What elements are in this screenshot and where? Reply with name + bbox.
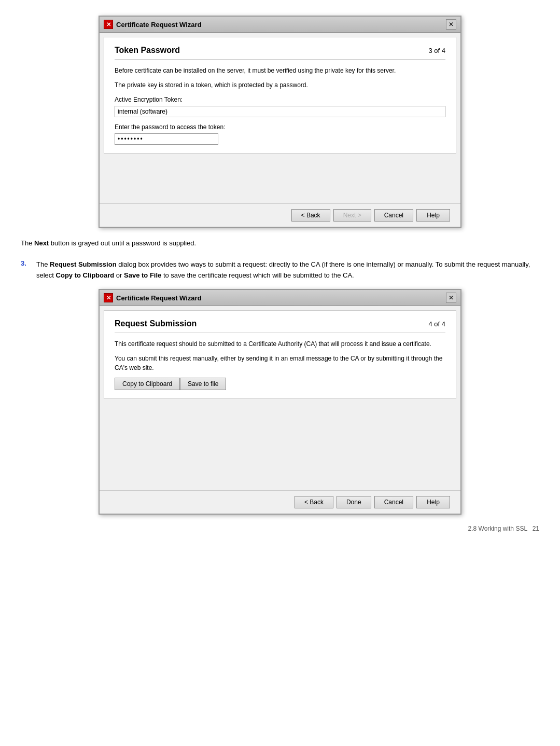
dialog1-section-title: Token Password	[115, 46, 180, 55]
token-value-field[interactable]	[115, 106, 445, 117]
dialog2-inline-buttons: Copy to Clipboard Save to file	[115, 378, 445, 390]
dialog1-title-left: ✕ Certificate Request Wizard	[104, 20, 202, 29]
item3-bold3: Save to File	[124, 271, 161, 279]
item3-bold2: Copy to Clipboard	[56, 271, 115, 279]
footer-page: 21	[533, 525, 539, 532]
between-text: The Next button is grayed out until a pa…	[21, 238, 539, 249]
password-input[interactable]	[115, 133, 218, 145]
dialog1-titlebar: ✕ Certificate Request Wizard ✕	[100, 17, 460, 33]
item3-number: 3.	[21, 259, 31, 281]
dialog2-done-button[interactable]: Done	[337, 496, 371, 508]
dialog1-step: 3 of 4	[428, 47, 445, 54]
dialog2-close-button[interactable]: ✕	[446, 293, 456, 303]
dialog1-help-button[interactable]: Help	[416, 209, 450, 222]
dialog2-title: Certificate Request Wizard	[116, 294, 202, 302]
item3-bold1: Request Submission	[50, 260, 117, 268]
dialog2-section-title: Request Submission	[115, 319, 197, 328]
dialog1-body: Before certificate can be installed on t…	[115, 66, 445, 145]
save-to-file-button[interactable]: Save to file	[180, 378, 226, 390]
numbered-item-3: 3. The Request Submission dialog box pro…	[21, 259, 539, 281]
dialog2-content: Request Submission 4 of 4 This certifica…	[104, 310, 456, 399]
dialog2-footer: < Back Done Cancel Help	[100, 490, 460, 514]
dialog2-back-button[interactable]: < Back	[295, 496, 333, 508]
footer-text: 2.8 Working with SSL	[468, 525, 527, 532]
page-footer: 2.8 Working with SSL 21	[21, 525, 539, 532]
dialog1-content: Token Password 3 of 4 Before certificate…	[104, 37, 456, 154]
dialog1-back-button[interactable]: < Back	[291, 209, 330, 222]
token-password-dialog: ✕ Certificate Request Wizard ✕ Token Pas…	[99, 16, 461, 228]
dialog1-next-button[interactable]: Next >	[333, 209, 371, 222]
dialog2-body: This certificate request should be submi…	[115, 339, 445, 390]
dialog2-cancel-button[interactable]: Cancel	[374, 496, 413, 508]
dialog2-title-left: ✕ Certificate Request Wizard	[104, 293, 202, 302]
dialog1-header: Token Password 3 of 4	[115, 46, 445, 60]
dialog2-desc2: You can submit this request manually, ei…	[115, 354, 445, 372]
dialog2-titlebar: ✕ Certificate Request Wizard ✕	[100, 290, 460, 306]
dialog1-footer: < Back Next > Cancel Help	[100, 203, 460, 227]
dialog1-close-button[interactable]: ✕	[446, 19, 456, 30]
dialog1-cancel-button[interactable]: Cancel	[374, 209, 413, 222]
copy-clipboard-button[interactable]: Copy to Clipboard	[115, 378, 180, 390]
dialog2-desc1: This certificate request should be submi…	[115, 339, 445, 349]
dialog2-step: 4 of 4	[428, 320, 445, 328]
between-text-before: The	[21, 239, 34, 247]
between-text-after: button is grayed out until a password is…	[49, 239, 196, 247]
item3-text-before: The	[36, 260, 50, 268]
item3-text-mid2: or	[114, 271, 124, 279]
dialog1-desc2: The private key is stored in a token, wh…	[115, 80, 445, 90]
dialog2-header: Request Submission 4 of 4	[115, 319, 445, 333]
dialog1-desc1: Before certificate can be installed on t…	[115, 66, 445, 75]
dialog2-icon: ✕	[104, 293, 113, 302]
dialog1-icon: ✕	[104, 20, 113, 29]
dialog1-title: Certificate Request Wizard	[116, 21, 202, 29]
dialog2-help-button[interactable]: Help	[416, 496, 450, 508]
item3-text-after: to save the certificate request which wi…	[161, 271, 354, 279]
password-label: Enter the password to access the token:	[115, 122, 445, 132]
item3-text: The Request Submission dialog box provid…	[36, 259, 539, 281]
token-label: Active Encryption Token:	[115, 95, 445, 104]
next-bold: Next	[34, 239, 49, 247]
request-submission-dialog: ✕ Certificate Request Wizard ✕ Request S…	[99, 289, 461, 515]
